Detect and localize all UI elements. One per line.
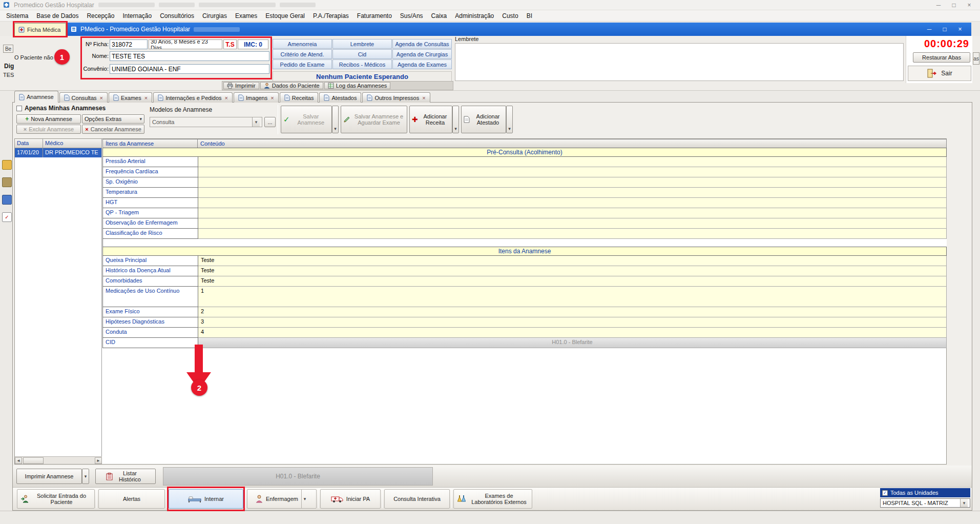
history-row-selected[interactable]: 17/01/20 DR PROMEDICO TE <box>15 148 101 157</box>
filter-checkbox[interactable]: Apenas Minhas Anamneses <box>16 105 106 112</box>
salvar-dropdown[interactable]: ▾ <box>332 106 339 133</box>
menu-item-recepcao[interactable]: Recepção <box>82 10 118 22</box>
convenio-input[interactable] <box>110 64 269 74</box>
menu-item-consultorios[interactable]: Consultórios <box>156 10 198 22</box>
close-icon[interactable]: × <box>270 95 274 100</box>
unidade-select[interactable]: HOSPITAL SQL - MATRIZ ▾ <box>880 498 970 508</box>
row-value[interactable]: Teste <box>198 256 947 266</box>
log-anamneses-button[interactable]: Log das Anamneses <box>324 82 391 89</box>
quick-button-lembrete[interactable]: Lembrete <box>332 39 392 49</box>
row-value[interactable] <box>198 229 947 239</box>
todas-unidades-checkbox[interactable]: ✓ Todas as Unidades <box>880 488 970 497</box>
dados-do-paciente-button[interactable]: Dados do Paciente <box>260 82 323 89</box>
quick-button-criterio-de-atend[interactable]: Critério de Atend. <box>273 49 332 59</box>
adicionar-atestado-button[interactable]: Adicionar Atestado <box>461 106 506 133</box>
menu-item-p-a-terapias[interactable]: P.A./Terapias <box>309 10 353 22</box>
imprimir-anamnese-button[interactable]: Imprimir Anamnese <box>16 469 82 484</box>
quick-button-agenda-de-consultas[interactable]: Agenda de Consultas <box>392 39 452 49</box>
tab-imagens[interactable]: Imagens× <box>234 92 279 103</box>
row-value[interactable] <box>198 157 947 167</box>
row-value[interactable]: 4 <box>198 328 947 338</box>
adicionar-receita-button[interactable]: ✚ Adicionar Receita <box>409 106 452 133</box>
close-icon[interactable]: × <box>144 95 148 100</box>
blood-type-button[interactable]: T.S <box>223 39 237 49</box>
imprimir-button[interactable]: Imprimir <box>223 82 259 89</box>
row-value[interactable]: 3 <box>198 317 947 328</box>
menu-item-estoque-geral[interactable]: Estoque Geral <box>261 10 309 22</box>
menu-item-internacao[interactable]: Internação <box>118 10 156 22</box>
tab-ficha-medica[interactable]: Ficha Médica <box>14 23 66 36</box>
bottom-button-alertas[interactable]: Alertas <box>98 489 165 509</box>
close-icon[interactable]: × <box>953 23 967 35</box>
nome-input[interactable] <box>110 51 269 61</box>
nova-anamnese-button[interactable]: + Nova Anamnese <box>16 114 81 124</box>
row-value[interactable]: 2 <box>198 307 947 317</box>
left-rail-icon[interactable] <box>2 177 12 187</box>
quick-button-recibos-medicos[interactable]: Recibos - Médicos <box>332 59 392 69</box>
scroll-left-icon[interactable]: ◄ <box>15 457 22 464</box>
column-header-medico[interactable]: Médico <box>43 139 101 148</box>
tab-internacoes-e-pedidos[interactable]: Internações e Pedidos× <box>153 92 233 103</box>
tab-receitas[interactable]: Receitas <box>280 92 319 103</box>
row-value[interactable] <box>198 177 947 188</box>
chevron-down-icon[interactable]: ▾ <box>301 490 308 508</box>
tab-consultas[interactable]: Consultas× <box>59 92 108 103</box>
row-value[interactable] <box>198 208 947 218</box>
quick-button-agenda-de-cirurgias[interactable]: Agenda de Cirurgias <box>392 49 452 59</box>
row-value[interactable]: Teste <box>198 276 947 287</box>
close-icon[interactable]: × <box>962 0 977 10</box>
atestado-dropdown[interactable]: ▾ <box>506 106 513 133</box>
salvar-anamnese-button[interactable]: ✓ Salvar Anamnese <box>281 106 332 133</box>
modelo-anamnese-select[interactable]: Consulta ▾ <box>150 117 262 127</box>
close-icon[interactable]: × <box>422 95 425 100</box>
row-value[interactable] <box>198 167 947 177</box>
column-header-data[interactable]: Data <box>15 139 43 148</box>
quick-button-pedido-de-exame[interactable]: Pedido de Exame <box>273 59 332 69</box>
lembrete-memo[interactable] <box>455 43 904 81</box>
bottom-button-internar[interactable]: Internar <box>169 489 243 509</box>
tab-anamnese[interactable]: Anamnese <box>14 91 58 103</box>
ficha-number-input[interactable] <box>110 39 148 49</box>
quick-button-amenorreia[interactable]: Amenorreia <box>273 39 332 49</box>
column-header-conteudo[interactable]: Conteúdo <box>198 139 947 148</box>
menu-item-faturamento[interactable]: Faturamento <box>353 10 396 22</box>
row-value[interactable]: Teste <box>198 266 947 276</box>
bottom-button-consulta-interativa[interactable]: Consulta Interativa <box>384 489 450 509</box>
menu-item-base-de-dados[interactable]: Base de Dados <box>32 10 82 22</box>
maximize-icon[interactable]: □ <box>946 0 962 10</box>
tab-atestados[interactable]: Atestados <box>319 92 361 103</box>
menu-item-exames[interactable]: Exames <box>231 10 261 22</box>
menu-item-custo[interactable]: Custo <box>498 10 522 22</box>
minimize-icon[interactable]: ─ <box>931 0 946 10</box>
menu-item-sistema[interactable]: Sistema <box>2 10 32 22</box>
imc-indicator[interactable]: IMC: 0 <box>238 39 268 49</box>
left-rail-icon[interactable] <box>2 195 12 205</box>
close-icon[interactable]: × <box>100 95 103 100</box>
row-value[interactable] <box>198 218 947 229</box>
restaurar-abas-button[interactable]: Restaurar Abas <box>913 52 970 63</box>
menu-item-bi[interactable]: BI <box>523 10 536 22</box>
bottom-button-solicitar-entrada-do-paciente[interactable]: Solicitar Entrada do Paciente <box>17 489 95 509</box>
horizontal-scrollbar[interactable]: ◄ ► <box>15 456 102 464</box>
sair-button[interactable]: Sair <box>908 66 971 81</box>
bottom-button-exames-de-laboratorios-externos[interactable]: Exames de Laboratórios Externos <box>453 489 532 509</box>
scroll-right-icon[interactable]: ► <box>95 457 102 464</box>
hidden-tab-fragment[interactable]: as <box>973 52 979 65</box>
maximize-icon[interactable]: □ <box>937 23 952 35</box>
more-models-button[interactable]: ... <box>264 117 276 127</box>
close-icon[interactable]: × <box>225 95 228 100</box>
excluir-anamnese-button[interactable]: × Excluir Anamnese <box>16 125 81 134</box>
left-rail-icon[interactable] <box>2 160 12 170</box>
menu-item-administracao[interactable]: Administração <box>451 10 498 22</box>
menu-item-caixa[interactable]: Caixa <box>427 10 451 22</box>
tab-exames[interactable]: Exames× <box>109 92 152 103</box>
quick-button-cid[interactable]: Cid <box>332 49 392 59</box>
imprimir-anamnese-dropdown[interactable]: ▾ <box>82 469 89 484</box>
menu-item-sus-ans[interactable]: Sus/Ans <box>396 10 427 22</box>
row-value[interactable] <box>198 188 947 198</box>
listar-historico-button[interactable]: Listar Histórico <box>95 469 156 484</box>
cancelar-anamnese-button[interactable]: × Cancelar Anamnese <box>82 125 144 134</box>
row-value[interactable]: 1 <box>198 287 947 307</box>
receita-dropdown[interactable]: ▾ <box>452 106 459 133</box>
left-rail-icon[interactable]: ✓ <box>2 212 12 222</box>
